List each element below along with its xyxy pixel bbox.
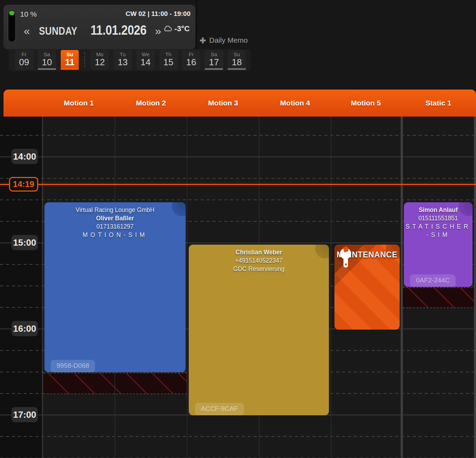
column-group-divider [401, 117, 403, 458]
grid-line-quarter [0, 178, 476, 179]
event-company: Virtual Racing Lounge GmbH [44, 206, 186, 214]
column-header-motion-4: Motion 4 [259, 90, 331, 117]
column-line [42, 117, 43, 458]
cleanup-hatch-motion12 [43, 373, 187, 394]
week-date-strip: Fr 09 Sa 10 Su 11 Mo 12 Tu 13 We 14 Th 1… [9, 49, 250, 71]
day-marker [205, 68, 223, 70]
day-tab-tu-13[interactable]: Tu 13 [113, 50, 132, 70]
weather-widget: -3°C [163, 24, 190, 33]
plus-icon [200, 37, 206, 43]
event-note: GDC Reservierung [189, 265, 329, 273]
current-time-badge: 14:19 [9, 177, 38, 192]
time-label-15: 15:00 [11, 235, 38, 250]
battery-level-indicator [9, 11, 15, 15]
calendar-grid[interactable]: Virtual Racing Lounge GmbH Oliver Baßler… [0, 117, 476, 458]
day-tab-fr-16[interactable]: Fr 16 [182, 50, 201, 70]
grid-line-hour-14 [0, 156, 476, 157]
date-navigation: « SUNDAY 11.01.2026 » [3, 23, 181, 38]
column-header-motion-1: Motion 1 [43, 90, 115, 117]
temperature: -3°C [175, 24, 190, 33]
grid-line-quarter [0, 436, 476, 437]
day-tab-th-15[interactable]: Th 15 [159, 50, 178, 70]
day-tab-su-18[interactable]: Su 18 [228, 50, 246, 70]
day-tab-sa-17[interactable]: Sa 17 [205, 50, 223, 70]
time-label-17: 17:00 [11, 407, 38, 422]
date-header-card: 10 % CW 02 | 11:00 - 19:00 « SUNDAY 11.0… [3, 5, 195, 49]
column-group-divider [474, 117, 476, 458]
cleanup-hatch-static1 [403, 287, 476, 308]
next-day-button[interactable]: » [155, 25, 161, 36]
column-line [187, 117, 187, 458]
grid-line-quarter [0, 200, 476, 200]
battery-percent: 10 % [20, 10, 37, 18]
daily-memo-label: Daily Memo [209, 36, 248, 44]
booking-code-badge: 0AF2-244C [410, 274, 456, 287]
day-tab-we-14[interactable]: We 14 [136, 50, 155, 70]
event-customer-name: Oliver Baßler [44, 214, 186, 222]
wrench-icon [340, 247, 352, 268]
column-header-motion-5: Motion 5 [331, 90, 401, 117]
daily-memo-button[interactable]: Daily Memo [200, 36, 248, 44]
event-phone: +4915140522347 [189, 256, 329, 265]
day-marker [38, 68, 56, 70]
day-tab-su-11-selected[interactable]: Su 11 [61, 50, 79, 70]
selected-day-marker [61, 68, 79, 70]
current-date: 11.01.2026 [91, 23, 146, 38]
time-label-14: 14:00 [11, 149, 38, 164]
event-phone: 01713161297 [44, 222, 186, 231]
event-sim-type: STATISCHER-SIM [404, 222, 473, 239]
column-header-motion-2: Motion 2 [115, 90, 187, 117]
booking-event-static1[interactable]: Simon Anlauf 015111551851 STATISCHER-SIM… [404, 202, 473, 287]
prev-day-button[interactable]: « [24, 25, 30, 36]
column-line [331, 117, 331, 458]
calendar-week-hours: CW 02 | 11:00 - 19:00 [126, 10, 190, 18]
week-divider [84, 52, 85, 67]
time-label-16: 16:00 [11, 321, 38, 336]
current-time-line [0, 184, 476, 185]
event-sim-type: MOTION-SIM [44, 231, 186, 239]
column-header-motion-3: Motion 3 [187, 90, 259, 117]
day-tab-fr-09[interactable]: Fr 09 [15, 50, 33, 70]
day-marker [228, 68, 246, 70]
topbar-divider [196, 0, 197, 49]
day-tab-mo-12[interactable]: Mo 12 [91, 50, 109, 70]
booking-event-motion34[interactable]: Christian Weber +4915140522347 GDC Reser… [189, 245, 329, 415]
booking-code-badge: 9958-D068 [51, 360, 95, 372]
booking-code-badge: ACCF-9CAF [195, 403, 244, 415]
cloud-icon [163, 25, 172, 33]
grid-line-quarter [0, 135, 476, 136]
resource-header-bar: Motion 1 Motion 2 Motion 3 Motion 4 Moti… [3, 90, 476, 117]
day-name: SUNDAY [39, 25, 78, 37]
day-tab-sa-10[interactable]: Sa 10 [38, 50, 56, 70]
event-phone: 015111551851 [404, 214, 473, 222]
column-header-static-1: Static 1 [403, 90, 474, 117]
event-customer-name: Christian Weber [189, 248, 329, 256]
maintenance-event-motion5[interactable]: MAINTENANCE [334, 245, 400, 330]
booking-event-motion12[interactable]: Virtual Racing Lounge GmbH Oliver Baßler… [44, 202, 186, 372]
